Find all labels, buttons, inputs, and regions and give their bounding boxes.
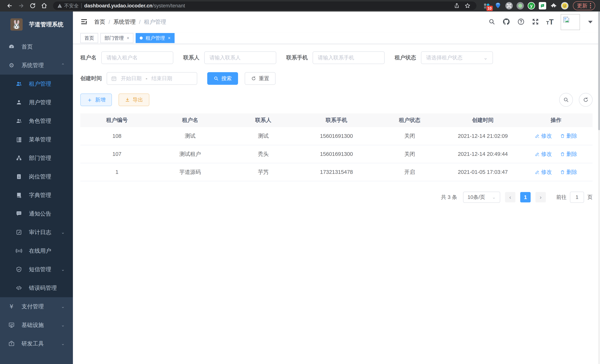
- gear-icon: ⚙: [8, 62, 15, 68]
- tenant-name-input[interactable]: [101, 51, 173, 64]
- toggle-search-button[interactable]: [559, 93, 573, 107]
- cell-mobile: 15601691300: [300, 127, 373, 145]
- tab-home[interactable]: 首页: [80, 33, 98, 43]
- sidebar-item-tenant[interactable]: 租户管理: [0, 75, 73, 93]
- cell-mobile: 17321315478: [300, 163, 373, 181]
- create-time-label: 创建时间: [80, 75, 102, 82]
- table-row[interactable]: 1 芋道源码 芋艿 17321315478 开启 2021-01-05 17:0…: [80, 163, 593, 181]
- dashboard-icon: [8, 44, 15, 50]
- close-icon[interactable]: ×: [168, 36, 170, 41]
- home-icon[interactable]: [39, 1, 49, 10]
- sidebar-item-menu[interactable]: 菜单管理: [0, 130, 73, 149]
- sidebar-item-online[interactable]: 在线用户: [0, 242, 73, 260]
- goto-page-input[interactable]: [570, 192, 584, 203]
- breadcrumb-system[interactable]: 系统管理: [113, 18, 136, 26]
- app-logo[interactable]: 🐰 芋道管理系统: [0, 11, 73, 37]
- tab-label: 部门管理: [104, 35, 124, 41]
- sidebar-item-label: 字典管理: [29, 191, 51, 199]
- user-avatar[interactable]: [561, 14, 580, 30]
- page-scrollbar[interactable]: [598, 11, 600, 364]
- extension-chat-icon[interactable]: [539, 2, 546, 9]
- table-row[interactable]: 108 测试 测试 15601691300 关闭 2021-12-14 21:0…: [80, 127, 593, 145]
- sidebar-item-system[interactable]: ⚙ 系统管理 ⌃: [0, 56, 73, 75]
- sidebar-item-post[interactable]: 岗位管理: [0, 167, 73, 186]
- scrollbar-thumb[interactable]: [598, 11, 600, 130]
- back-icon[interactable]: [5, 1, 14, 10]
- next-page-button[interactable]: ›: [535, 192, 546, 202]
- bookmark-star-icon[interactable]: [463, 1, 472, 10]
- breadcrumb-home[interactable]: 首页: [94, 18, 105, 26]
- extension-y-icon[interactable]: y: [528, 2, 535, 9]
- extension-balloon-icon[interactable]: [494, 2, 502, 9]
- mobile-input[interactable]: [313, 51, 384, 64]
- create-time-range-picker[interactable]: 开始日期 - 结束日期: [107, 72, 197, 85]
- sidebar-item-label: 租户管理: [29, 80, 51, 88]
- contact-input[interactable]: [204, 51, 276, 64]
- refresh-table-button[interactable]: [579, 93, 593, 107]
- cell-mobile: 15601691300: [300, 145, 373, 163]
- sidebar-item-infra[interactable]: 基础设施 ⌄: [0, 316, 73, 334]
- sidebar-item-home[interactable]: 首页: [0, 37, 73, 56]
- page-size-select[interactable]: 10条/页 ⌄: [463, 192, 500, 203]
- sidebar-item-role[interactable]: 角色管理: [0, 112, 73, 130]
- extension-command-icon[interactable]: [505, 2, 513, 9]
- sidebar-collapse-icon[interactable]: [80, 18, 88, 26]
- edit-link[interactable]: 修改: [535, 168, 552, 176]
- cell-contact: 秃头: [227, 145, 300, 163]
- font-size-icon[interactable]: TT: [546, 18, 554, 26]
- github-icon[interactable]: [502, 18, 510, 26]
- extension-grid-icon[interactable]: 10: [483, 2, 490, 9]
- col-status: 租户状态: [373, 113, 446, 127]
- sidebar-item-audit[interactable]: 审计日志 ⌄: [0, 223, 73, 242]
- profile-avatar-icon[interactable]: [561, 2, 568, 9]
- security-warning[interactable]: 不安全: [57, 3, 79, 9]
- menu-tree-icon: [16, 136, 22, 143]
- page-number-1[interactable]: 1: [520, 192, 531, 202]
- briefcase-icon: [8, 340, 15, 347]
- col-created: 创建时间: [446, 113, 519, 127]
- address-bar[interactable]: 不安全 dashboard.yudao.iocoder.cn/system/te…: [53, 1, 477, 10]
- delete-link[interactable]: 删除: [560, 132, 577, 140]
- sidebar-item-label: 系统管理: [21, 62, 44, 69]
- chevron-down-icon: ⌄: [61, 230, 65, 235]
- help-icon[interactable]: [517, 18, 525, 26]
- extension-record-icon[interactable]: [516, 2, 524, 9]
- sidebar-item-sms[interactable]: 短信管理 ⌄: [0, 260, 73, 279]
- extensions-puzzle-icon[interactable]: [550, 2, 557, 9]
- sidebar-item-errcode[interactable]: 错误码管理: [0, 279, 73, 297]
- tab-tenant[interactable]: 租户管理 ×: [136, 33, 175, 43]
- sidebar-item-label: 支付管理: [21, 303, 44, 310]
- fullscreen-icon[interactable]: [532, 18, 539, 26]
- browser-menu-icon[interactable]: [590, 3, 591, 8]
- add-label: 新增: [95, 96, 106, 103]
- sidebar-item-dict[interactable]: 字典管理: [0, 186, 73, 205]
- update-label: 更新: [577, 2, 587, 9]
- header-search-icon[interactable]: [488, 18, 495, 26]
- plus-icon: ＋: [87, 97, 93, 103]
- export-button[interactable]: 导出: [119, 93, 149, 106]
- status-select[interactable]: 请选择租户状态 ⌄: [421, 51, 493, 64]
- add-button[interactable]: ＋ 新增: [80, 93, 112, 106]
- sidebar-item-notice[interactable]: 通知公告: [0, 205, 73, 223]
- sidebar-item-user[interactable]: 用户管理: [0, 93, 73, 112]
- delete-link[interactable]: 删除: [560, 168, 577, 176]
- online-users-icon: [16, 248, 22, 254]
- share-icon[interactable]: [452, 1, 462, 10]
- tab-dept[interactable]: 部门管理 ×: [100, 33, 133, 43]
- reset-button[interactable]: 重置: [245, 72, 275, 85]
- edit-link[interactable]: 修改: [535, 150, 552, 158]
- close-icon[interactable]: ×: [127, 36, 129, 41]
- avatar-dropdown-icon[interactable]: [588, 21, 593, 23]
- prev-page-button[interactable]: ‹: [505, 192, 516, 202]
- sidebar-item-dept[interactable]: 部门管理: [0, 149, 73, 167]
- table-row[interactable]: 107 测试租户 秃头 15601691300 关闭 2021-12-14 20…: [80, 145, 593, 163]
- forward-icon[interactable]: [16, 1, 26, 10]
- edit-link[interactable]: 修改: [535, 132, 552, 140]
- chrome-update-button[interactable]: 更新: [573, 1, 595, 10]
- search-button[interactable]: 搜索: [207, 72, 238, 85]
- sidebar-item-pay[interactable]: ¥ 支付管理 ⌄: [0, 297, 73, 316]
- url-text[interactable]: dashboard.yudao.iocoder.cn/system/tenant: [84, 3, 449, 9]
- sidebar-item-devtools[interactable]: 研发工具 ⌄: [0, 334, 73, 353]
- reload-icon[interactable]: [28, 1, 38, 10]
- delete-link[interactable]: 删除: [560, 150, 577, 158]
